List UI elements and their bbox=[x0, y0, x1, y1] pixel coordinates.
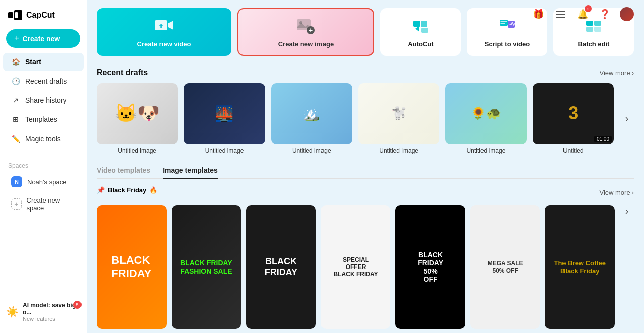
menu-icon[interactable] bbox=[553, 7, 568, 21]
templates-row: BLACKFRIDAY Black Friday Workout & Fitne… bbox=[97, 205, 634, 333]
chevron-right-icon: › bbox=[632, 189, 634, 196]
template-thumbnail: BLACKFRIDAY bbox=[97, 205, 167, 329]
recent-drafts-view-more[interactable]: View more › bbox=[599, 69, 634, 77]
topbar-icons: 🎁 🔔 2 ❓ bbox=[531, 7, 634, 21]
template-thumbnail: MEGA SALE50% OFF bbox=[470, 205, 540, 329]
svg-rect-3 bbox=[556, 11, 565, 12]
home-icon: 🏠 bbox=[11, 57, 20, 66]
autocut-label: AutoCut bbox=[408, 40, 433, 48]
template-thumbnail: BLACKFRIDAY bbox=[246, 205, 316, 329]
app-logo: CapCut bbox=[0, 6, 87, 28]
draft-thumbnail: 🌉 bbox=[184, 83, 265, 144]
svg-text:+: + bbox=[309, 26, 313, 34]
drafts-next-button[interactable]: › bbox=[620, 83, 634, 154]
black-friday-label: 📌 Black Friday 🔥 bbox=[97, 186, 157, 194]
svg-rect-14 bbox=[500, 20, 508, 26]
templates-view-more[interactable]: View more › bbox=[599, 189, 634, 196]
sidebar-item-noahs-space[interactable]: N Noah's space bbox=[3, 172, 84, 191]
recent-drafts-row: 🐱🐶 Untitled image 🌉 Untitled image 🏔️ Un… bbox=[97, 83, 634, 154]
draft-label: Untitled image bbox=[271, 147, 352, 154]
sidebar-divider bbox=[6, 153, 80, 153]
bell-icon[interactable]: 🔔 2 bbox=[576, 7, 590, 21]
batch-edit-label: Batch edit bbox=[578, 40, 610, 48]
draft-item[interactable]: 3 01:00 Untitled bbox=[533, 83, 614, 154]
draft-label: Untitled image bbox=[97, 147, 178, 154]
sidebar-item-create-space[interactable]: + Create new space bbox=[3, 192, 84, 216]
lines-icon bbox=[556, 10, 565, 19]
plus-icon: + bbox=[14, 33, 20, 44]
template-thumbnail: BLACK FRIDAYFASHION SALE bbox=[172, 205, 242, 329]
create-video-icon: + bbox=[154, 16, 174, 36]
sidebar: CapCut + Create new 🏠 Start 🕐 Recent dra… bbox=[0, 0, 87, 333]
clock-icon: 🕐 bbox=[11, 77, 20, 86]
svg-text:AI: AI bbox=[513, 22, 517, 27]
template-item[interactable]: BLACKFRIDAY50%OFF Black Friday Instagram… bbox=[395, 205, 465, 333]
templates-icon: ⊞ bbox=[11, 115, 20, 124]
app-name: CapCut bbox=[26, 11, 55, 20]
pin-icon: 📌 bbox=[97, 186, 105, 194]
noahs-space-avatar: N bbox=[11, 176, 22, 187]
draft-item[interactable]: 🐱🐶 Untitled image bbox=[97, 83, 178, 154]
template-thumbnail: The Brew CoffeeBlack Friday bbox=[545, 205, 615, 329]
templates-next-button[interactable]: › bbox=[620, 205, 634, 217]
svg-rect-19 bbox=[586, 27, 593, 32]
ai-banner-subtitle: New features bbox=[23, 316, 80, 322]
create-space-icon: + bbox=[11, 198, 22, 210]
svg-rect-17 bbox=[586, 21, 593, 26]
svg-rect-4 bbox=[556, 14, 565, 15]
sidebar-item-recent-drafts[interactable]: 🕐 Recent drafts bbox=[3, 72, 84, 90]
notification-count: 2 bbox=[585, 5, 592, 12]
script-to-video-icon: AI bbox=[497, 16, 517, 36]
sidebar-item-start[interactable]: 🏠 Start bbox=[3, 53, 84, 71]
ai-banner[interactable]: ☀️ AI model: save big o... New features … bbox=[0, 297, 87, 327]
video-duration-badge: 01:00 bbox=[594, 136, 612, 142]
fire-icon: 🔥 bbox=[149, 186, 157, 194]
gift-icon[interactable]: 🎁 bbox=[531, 7, 545, 21]
sidebar-item-share-history[interactable]: ↗ Share history bbox=[3, 91, 84, 109]
template-item[interactable]: MEGA SALE50% OFF Black Friday Modern Sal… bbox=[470, 205, 540, 333]
draft-thumbnail: 🐩 bbox=[358, 83, 439, 144]
ai-banner-title: AI model: save big o... bbox=[23, 302, 80, 316]
template-tabs: Video templates Image templates bbox=[97, 166, 634, 179]
draft-label: Untitled bbox=[533, 147, 614, 154]
autocut-card[interactable]: AutoCut bbox=[380, 8, 461, 56]
tab-image-templates[interactable]: Image templates bbox=[163, 166, 218, 179]
template-item[interactable]: SPECIALOFFERBLACK FRIDAY Fashion Black F… bbox=[321, 205, 391, 333]
sun-icon: ☀️ bbox=[6, 306, 19, 318]
svg-rect-18 bbox=[594, 21, 601, 26]
draft-label: Untitled image bbox=[358, 147, 439, 154]
draft-label: Untitled image bbox=[184, 147, 265, 154]
script-to-video-label: Script to video bbox=[485, 40, 530, 48]
draft-thumbnail: 🐱🐶 bbox=[97, 83, 178, 144]
draft-item[interactable]: 🌉 Untitled image bbox=[184, 83, 265, 154]
draft-item[interactable]: 🌻🐢 Untitled image bbox=[445, 83, 526, 154]
svg-text:+: + bbox=[159, 22, 163, 30]
user-avatar[interactable] bbox=[620, 7, 634, 21]
create-image-icon: + bbox=[296, 16, 316, 36]
draft-item[interactable]: 🏔️ Untitled image bbox=[271, 83, 352, 154]
sidebar-item-magic-tools[interactable]: ✏️ Magic tools bbox=[3, 129, 84, 148]
create-image-card[interactable]: + Create new image bbox=[237, 8, 374, 56]
draft-thumbnail: 🏔️ bbox=[271, 83, 352, 144]
create-new-button[interactable]: + Create new bbox=[6, 29, 80, 48]
template-item[interactable]: The Brew CoffeeBlack Friday Black Friday… bbox=[545, 205, 615, 333]
share-icon: ↗ bbox=[11, 96, 20, 105]
draft-item[interactable]: 🐩 Untitled image bbox=[358, 83, 439, 154]
create-video-card[interactable]: + Create new video bbox=[97, 8, 231, 56]
tab-video-templates[interactable]: Video templates bbox=[97, 166, 150, 179]
svg-rect-5 bbox=[556, 17, 565, 18]
draft-thumbnail: 🌻🐢 bbox=[445, 83, 526, 144]
capcut-logo-icon bbox=[8, 10, 22, 20]
template-item[interactable]: BLACKFRIDAY Black Friday Workout & Fitne… bbox=[97, 205, 167, 333]
templates-section-header: 📌 Black Friday 🔥 View more › bbox=[97, 186, 634, 199]
sidebar-item-templates[interactable]: ⊞ Templates bbox=[3, 110, 84, 128]
template-item[interactable]: BLACK FRIDAYFASHION SALE Black Friday Fa… bbox=[172, 205, 242, 333]
svg-rect-2 bbox=[15, 12, 18, 18]
template-item[interactable]: BLACKFRIDAY Black Friday Instagram Story bbox=[246, 205, 316, 333]
create-image-label: Create new image bbox=[278, 40, 334, 48]
chevron-right-icon: › bbox=[632, 69, 634, 77]
help-icon[interactable]: ❓ bbox=[598, 7, 612, 21]
ai-banner-badge: 5 bbox=[73, 301, 82, 309]
recent-drafts-title: Recent drafts bbox=[97, 68, 148, 77]
spaces-label: Spaces bbox=[0, 158, 87, 171]
